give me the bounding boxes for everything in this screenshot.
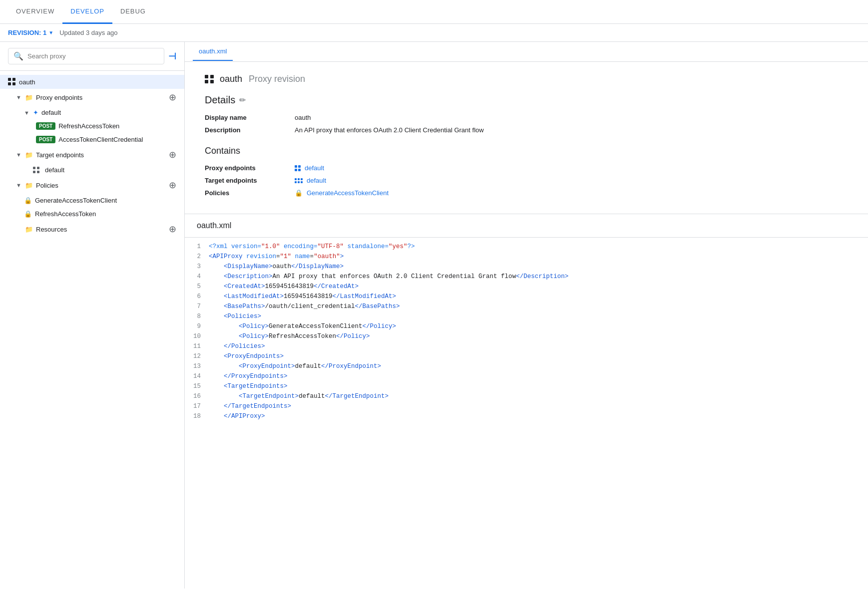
generate-access-token-label: GenerateAccessTokenClient <box>35 197 176 204</box>
display-name-label: Display name <box>205 114 275 121</box>
sidebar: 🔍 ⊣ oauth ▼ 📁 Proxy endpoints ⊕ <box>0 42 185 589</box>
description-value: An API proxy that enforces OAuth 2.0 Cli… <box>295 126 484 134</box>
folder-icon: 📁 <box>25 151 33 159</box>
code-line-14: </ProxyEndpoints> <box>209 371 860 381</box>
sidebar-oauth-label: oauth <box>19 78 176 86</box>
code-line-5: <CreatedAt>1659451643819</CreatedAt> <box>209 282 860 292</box>
policies-row: Policies 🔒 GenerateAccessTokenClient <box>205 189 848 197</box>
sidebar-item-target-endpoints[interactable]: ▼ 📁 Target endpoints ⊕ <box>0 146 184 163</box>
cross-icon: ✦ <box>33 109 38 116</box>
main-layout: 🔍 ⊣ oauth ▼ 📁 Proxy endpoints ⊕ <box>0 42 868 589</box>
revision-bar: REVISION: 1 ▼ Updated 3 days ago <box>0 24 868 42</box>
resources-label: Resources <box>36 226 166 233</box>
proxy-endpoints-row: Proxy endpoints default <box>205 164 848 172</box>
updated-text: Updated 3 days ago <box>59 29 117 36</box>
code-line-6: <LastModifiedAt>1659451643819</LastModif… <box>209 292 860 301</box>
display-name-row: Display name oauth <box>205 114 848 121</box>
code-line-16: <TargetEndpoint>default</TargetEndpoint> <box>209 391 860 401</box>
sidebar-item-oauth[interactable]: oauth <box>0 75 184 89</box>
folder-icon: 📁 <box>25 226 33 233</box>
proxy-endpoints-link[interactable]: default <box>295 164 324 172</box>
chevron-icon: ▼ <box>16 152 22 158</box>
edit-icon[interactable]: ✏ <box>239 95 246 105</box>
proxy-grid-icon <box>205 75 214 84</box>
revision-button[interactable]: REVISION: 1 ▼ <box>8 29 53 36</box>
tree-nav: oauth ▼ 📁 Proxy endpoints ⊕ ▼ ✦ default … <box>0 71 184 589</box>
proxy-revision-label: Proxy revision <box>249 74 305 84</box>
add-resource-button[interactable]: ⊕ <box>169 224 176 235</box>
display-name-value: oauth <box>295 114 311 121</box>
proxy-endpoints-label: Proxy endpoints <box>36 94 166 101</box>
sidebar-item-proxy-default[interactable]: ▼ ✦ default <box>0 106 184 119</box>
code-line-8: <Policies> <box>209 311 860 321</box>
folder-icon: 📁 <box>25 94 33 101</box>
code-line-15: <TargetEndpoints> <box>209 381 860 391</box>
description-label: Description <box>205 126 275 134</box>
lock-icon: 🔒 <box>24 197 32 204</box>
top-nav: OVERVIEW DEVELOP DEBUG <box>0 0 868 24</box>
proxy-default-label: default <box>41 109 176 116</box>
description-row: Description An API proxy that enforces O… <box>205 126 848 134</box>
tab-develop[interactable]: DEVELOP <box>62 0 112 24</box>
details-section-title: Details ✏ <box>205 94 848 106</box>
code-line-2: <APIProxy revision="1" name="oauth"> <box>209 252 860 262</box>
sidebar-item-refresh-token[interactable]: 🔒 RefreshAccessToken <box>0 207 184 221</box>
chevron-icon: ▼ <box>24 110 30 116</box>
code-line-13: <ProxyEndpoint>default</ProxyEndpoint> <box>209 361 860 371</box>
search-input[interactable] <box>27 52 159 60</box>
code-line-11: </Policies> <box>209 341 860 351</box>
proxy-endpoints-contains-label: Proxy endpoints <box>205 164 275 172</box>
content-area: oauth.xml oauth Proxy revision Details <box>185 42 868 589</box>
access-token-label: AccessTokenClientCredential <box>58 136 176 143</box>
info-table: Display name oauth Description An API pr… <box>205 114 848 134</box>
chevron-icon: ▼ <box>16 94 22 100</box>
code-line-1: <?xml version="1.0" encoding="UTF-8" sta… <box>209 242 860 252</box>
add-proxy-endpoint-button[interactable]: ⊕ <box>169 92 176 103</box>
policies-contains-label: Policies <box>205 189 275 197</box>
code-line-10: <Policy>RefreshAccessToken</Policy> <box>209 331 860 341</box>
collapse-sidebar-button[interactable]: ⊣ <box>168 51 176 62</box>
sidebar-item-policies[interactable]: ▼ 📁 Policies ⊕ <box>0 177 184 194</box>
search-wrapper: 🔍 <box>8 48 164 64</box>
refresh-access-token-label: RefreshAccessToken <box>58 122 176 130</box>
tab-debug[interactable]: DEBUG <box>112 0 154 24</box>
sidebar-item-generate-access-token[interactable]: 🔒 GenerateAccessTokenClient <box>0 194 184 207</box>
chevron-icon: ▼ <box>16 182 22 188</box>
code-line-18: </APIProxy> <box>209 411 860 421</box>
sidebar-item-proxy-endpoints[interactable]: ▼ 📁 Proxy endpoints ⊕ <box>0 89 184 106</box>
lock-icon: 🔒 <box>295 189 303 197</box>
sidebar-item-refresh-access-token[interactable]: POST RefreshAccessToken <box>0 119 184 133</box>
proxy-name-heading: oauth Proxy revision <box>220 74 305 84</box>
code-line-9: <Policy>GenerateAccessTokenClient</Polic… <box>209 321 860 331</box>
folder-icon: 📁 <box>25 182 33 189</box>
search-icon: 🔍 <box>13 51 23 61</box>
sidebar-item-access-token-client[interactable]: POST AccessTokenClientCredential <box>0 133 184 146</box>
post-badge: POST <box>36 136 55 143</box>
policies-link[interactable]: 🔒 GenerateAccessTokenClient <box>295 189 389 197</box>
add-policy-button[interactable]: ⊕ <box>169 180 176 191</box>
target-endpoints-row: Target endpoints default <box>205 177 848 184</box>
details-panel: oauth Proxy revision Details ✏ Display n… <box>185 62 868 214</box>
oauth-grid-icon <box>8 78 16 86</box>
code-line-4: <Description>An API proxy that enforces … <box>209 272 860 282</box>
proxy-cross-icon <box>295 165 301 171</box>
refresh-token-label: RefreshAccessToken <box>35 210 176 218</box>
sidebar-item-target-default[interactable]: default <box>0 163 184 177</box>
xml-section: oauth.xml 1 2 3 4 5 6 7 8 9 10 11 12 13 <box>185 214 868 589</box>
lock-icon: 🔒 <box>24 210 32 218</box>
target-default-label: default <box>45 166 176 174</box>
file-tab-oauth-xml[interactable]: oauth.xml <box>193 42 233 61</box>
code-line-12: <ProxyEndpoints> <box>209 351 860 361</box>
xml-editor[interactable]: 1 2 3 4 5 6 7 8 9 10 11 12 13 14 15 16 1 <box>185 238 868 425</box>
code-line-17: </TargetEndpoints> <box>209 401 860 411</box>
target-endpoints-link[interactable]: default <box>295 177 326 184</box>
target-endpoints-contains-label: Target endpoints <box>205 177 275 184</box>
sidebar-item-resources[interactable]: ▶ 📁 Resources ⊕ <box>0 221 184 238</box>
target-grid-icon <box>295 178 303 183</box>
grid-icon <box>33 167 40 174</box>
contains-section: Proxy endpoints default Target endpoints <box>205 164 848 197</box>
add-target-endpoint-button[interactable]: ⊕ <box>169 149 176 160</box>
target-endpoints-label: Target endpoints <box>36 151 166 159</box>
xml-header: oauth.xml <box>185 214 868 238</box>
tab-overview[interactable]: OVERVIEW <box>8 0 62 24</box>
